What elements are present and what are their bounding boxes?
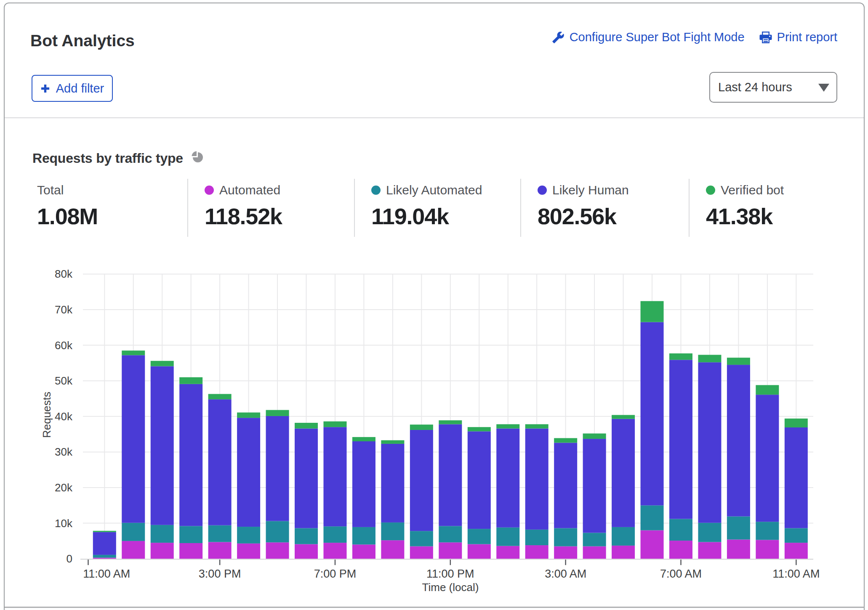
svg-text:3:00 PM: 3:00 PM [199,568,241,580]
svg-text:11:00 AM: 11:00 AM [772,568,820,580]
svg-text:60k: 60k [55,339,73,352]
svg-text:Time (local): Time (local) [422,581,479,594]
svg-text:0: 0 [67,552,72,565]
svg-text:11:00 PM: 11:00 PM [426,568,474,580]
svg-text:7:00 AM: 7:00 AM [660,568,702,580]
svg-text:40k: 40k [55,410,73,423]
svg-text:20k: 20k [55,481,73,494]
requests-by-traffic-type-chart: 010k20k30k40k50k60k70k80k11:00 AM3:00 PM… [0,0,868,610]
svg-text:3:00 AM: 3:00 AM [545,568,586,580]
svg-text:50k: 50k [55,374,73,387]
svg-text:30k: 30k [55,446,73,458]
svg-text:Requests: Requests [40,392,53,438]
svg-text:70k: 70k [55,303,73,316]
svg-text:7:00 PM: 7:00 PM [314,568,357,580]
svg-text:80k: 80k [55,268,73,280]
svg-text:11:00 AM: 11:00 AM [83,568,130,580]
bottom-divider [5,607,864,608]
svg-text:10k: 10k [55,517,73,530]
